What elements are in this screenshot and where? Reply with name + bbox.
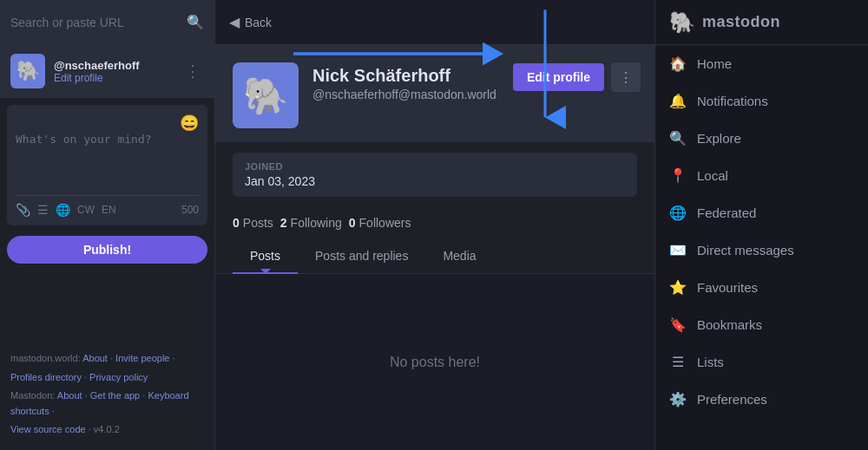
globe-icon[interactable]: 🌐	[56, 203, 70, 217]
footer-instance: mastodon.world: About · Invite people ·	[10, 351, 204, 367]
sidebar-profile-card: 🐘 @nschaeferhoff Edit profile ⋮	[0, 45, 214, 98]
profile-actions: Edit profile ⋮	[513, 62, 641, 92]
mastodon-icon: 🐘	[669, 10, 695, 35]
profile-header: 🐘 Nick Schäferhoff @nschaeferhoff@mastod…	[215, 45, 654, 142]
home-icon: 🏠	[669, 55, 687, 72]
mastodon-logo: 🐘 mastodon	[655, 0, 868, 45]
following-label: Following	[291, 216, 342, 230]
stats-row: 0 Posts 2 Following 0 Followers	[215, 207, 654, 238]
about2-link[interactable]: About	[57, 390, 82, 401]
main-wrapper: ◀ Back 🐘 Nick Schäferhoff @nschaeferhoff…	[215, 0, 654, 450]
footer-source: View source code · v4.0.2	[10, 422, 204, 438]
followers-count: 0	[349, 216, 356, 230]
nav-item-federated[interactable]: 🌐 Federated	[655, 194, 868, 232]
profile-avatar: 🐘	[233, 62, 299, 128]
search-icon[interactable]: 🔍	[187, 14, 204, 30]
tab-active-indicator	[260, 269, 271, 274]
nav-label-direct-messages: Direct messages	[697, 243, 794, 258]
joined-label: JOINED	[245, 161, 625, 172]
sidebar-footer: mastodon.world: About · Invite people · …	[0, 342, 214, 450]
compose-textarea[interactable]	[16, 133, 199, 185]
more-options-button[interactable]: ⋮	[611, 62, 641, 92]
en-button[interactable]: EN	[102, 204, 116, 216]
nav-item-lists[interactable]: ☰ Lists	[655, 343, 868, 381]
nav-item-direct-messages[interactable]: ✉️ Direct messages	[655, 232, 868, 269]
source-link[interactable]: View source code	[10, 424, 86, 434]
federated-icon: 🌐	[669, 205, 687, 221]
list-icon[interactable]: ☰	[37, 203, 49, 217]
char-count: 500	[181, 204, 199, 216]
about-link[interactable]: About	[82, 353, 108, 363]
version-text: v4.0.2	[94, 424, 120, 434]
edit-profile-button[interactable]: Edit profile	[513, 63, 604, 91]
right-sidebar: 🐘 mastodon 🏠 Home 🔔 Notifications 🔍 Expl…	[654, 0, 868, 450]
local-icon: 📍	[669, 167, 687, 184]
nav-item-bookmarks[interactable]: 🔖 Bookmarks	[655, 306, 868, 343]
nav-label-home: Home	[697, 56, 732, 71]
back-button[interactable]: ◀ Back	[229, 14, 272, 30]
followers-stat[interactable]: 0 Followers	[349, 216, 411, 230]
back-bar: ◀ Back	[215, 0, 654, 45]
attachment-icon[interactable]: 📎	[16, 203, 30, 217]
profiles-directory-link[interactable]: Profiles directory	[10, 372, 82, 382]
lists-icon: ☰	[669, 354, 687, 370]
explore-icon: 🔍	[669, 130, 687, 147]
privacy-link[interactable]: Privacy policy	[89, 372, 148, 382]
compose-toolbar: 📎 ☰ 🌐 CW EN 500	[16, 195, 199, 217]
tab-posts-replies[interactable]: Posts and replies	[298, 238, 425, 273]
notifications-icon: 🔔	[669, 93, 687, 109]
nav-item-explore[interactable]: 🔍 Explore	[655, 120, 868, 157]
nav-label-notifications: Notifications	[697, 94, 768, 108]
nav-label-bookmarks: Bookmarks	[697, 317, 762, 332]
posts-count: 0	[233, 216, 240, 230]
posts-label: Posts	[243, 216, 273, 230]
favourites-icon: ⭐	[669, 279, 687, 296]
compose-area: 😄 📎 ☰ 🌐 CW EN 500	[7, 105, 207, 225]
left-sidebar: 🔍 🐘 @nschaeferhoff Edit profile ⋮ 😄 📎 ☰ …	[0, 0, 215, 450]
profile-handle: @nschaeferhoff	[54, 59, 181, 72]
avatar: 🐘	[10, 54, 45, 88]
bookmarks-icon: 🔖	[669, 316, 687, 333]
search-bar: 🔍	[0, 0, 214, 45]
publish-button[interactable]: Publish!	[7, 236, 207, 264]
compose-emoji-icon[interactable]: 😄	[180, 114, 199, 133]
nav-label-preferences: Preferences	[697, 392, 767, 407]
posts-stat[interactable]: 0 Posts	[233, 216, 273, 230]
edit-profile-link[interactable]: Edit profile	[54, 72, 181, 84]
footer-mastodon: Mastodon: About · Get the app · Keyboard…	[10, 388, 204, 419]
back-arrow-icon: ◀	[229, 14, 240, 30]
instance-name: mastodon.world:	[10, 353, 81, 363]
footer-profiles: Profiles directory · Privacy policy	[10, 370, 204, 386]
joined-section: JOINED Jan 03, 2023	[233, 153, 637, 197]
mastodon-wordmark: mastodon	[702, 13, 780, 31]
tabs-row: Posts Posts and replies Media	[215, 238, 654, 274]
nav-label-federated: Federated	[697, 205, 756, 220]
search-input[interactable]	[10, 16, 187, 29]
nav-item-preferences[interactable]: ⚙️ Preferences	[655, 381, 868, 418]
profile-menu-button[interactable]: ⋮	[181, 58, 204, 84]
nav-label-explore: Explore	[697, 131, 741, 146]
cw-button[interactable]: CW	[77, 204, 95, 216]
nav-item-local[interactable]: 📍 Local	[655, 157, 868, 194]
tab-media[interactable]: Media	[425, 238, 493, 273]
invite-link[interactable]: Invite people	[115, 353, 169, 363]
following-stat[interactable]: 2 Following	[280, 216, 342, 230]
profile-info: @nschaeferhoff Edit profile	[54, 59, 181, 84]
nav-item-notifications[interactable]: 🔔 Notifications	[655, 82, 868, 120]
back-label: Back	[245, 16, 272, 29]
no-posts-message: No posts here!	[215, 274, 654, 450]
nav-label-favourites: Favourites	[697, 280, 758, 295]
joined-date: Jan 03, 2023	[245, 174, 625, 188]
nav-label-lists: Lists	[697, 355, 724, 369]
preferences-icon: ⚙️	[669, 391, 687, 408]
nav-item-home[interactable]: 🏠 Home	[655, 45, 868, 82]
nav-item-favourites[interactable]: ⭐ Favourites	[655, 269, 868, 306]
get-app-link[interactable]: Get the app	[90, 390, 141, 401]
followers-label: Followers	[359, 216, 411, 230]
following-count: 2	[280, 216, 287, 230]
mastodon-label: Mastodon:	[10, 390, 55, 401]
nav-label-local: Local	[697, 168, 728, 183]
tab-posts[interactable]: Posts	[233, 238, 298, 273]
direct-messages-icon: ✉️	[669, 242, 687, 258]
